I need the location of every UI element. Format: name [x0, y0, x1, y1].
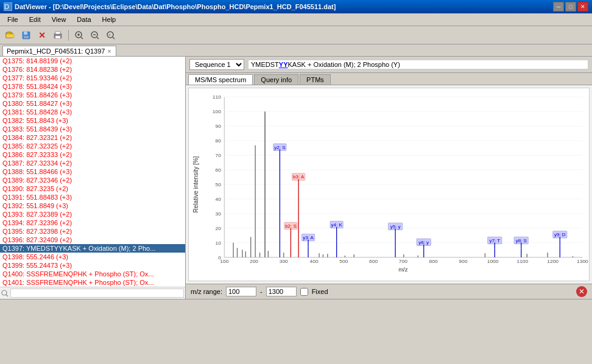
svg-text:1000: 1000 — [487, 259, 499, 265]
tab-queryinfo[interactable]: Query info — [254, 74, 298, 85]
sequence-selector[interactable]: Sequence 1 Sequence 2 Sequence 3 — [189, 59, 244, 70]
list-item[interactable]: Q1396: 827.32409 (+2) — [0, 236, 185, 244]
svg-text:y9: D: y9: D — [554, 233, 566, 238]
svg-text:60: 60 — [216, 167, 222, 173]
list-item[interactable]: Q1381: 551.88428 (+3) — [0, 108, 185, 116]
svg-text:y3: A: y3: A — [303, 235, 314, 240]
list-item[interactable]: Q1384: 827.32321 (+2) — [0, 133, 185, 142]
maximize-button[interactable]: □ — [565, 2, 576, 12]
menu-data[interactable]: Data — [72, 15, 96, 24]
svg-text:1300: 1300 — [577, 259, 588, 265]
open-button[interactable] — [4, 29, 17, 42]
menu-file[interactable]: File — [2, 15, 23, 24]
tab-ptms[interactable]: PTMs — [300, 74, 331, 85]
svg-text:b3: A: b3: A — [293, 175, 305, 180]
svg-text:+: + — [108, 33, 111, 37]
doc-tab-close[interactable]: × — [107, 48, 111, 55]
spectrum-container: Relative intensity [%] 0 10 20 30 40 50 … — [188, 88, 590, 281]
minimize-button[interactable]: ─ — [553, 2, 564, 12]
svg-line-17 — [113, 37, 115, 39]
search-input[interactable] — [10, 289, 184, 298]
close-range-button[interactable]: ✕ — [576, 286, 587, 297]
save-button[interactable] — [19, 29, 33, 42]
query-list-scroll[interactable]: Q1375: 814.88199 (+2)Q1376: 814.88238 (+… — [0, 57, 185, 287]
print-button[interactable] — [51, 29, 65, 42]
list-item[interactable]: Q1377: 815.93346 (+2) — [0, 74, 185, 82]
list-item[interactable]: Q1375: 814.88199 (+2) — [0, 57, 185, 65]
list-item[interactable]: Q1380: 551.88427 (+3) — [0, 99, 185, 108]
zoom-out-button[interactable] — [88, 29, 102, 42]
list-item[interactable]: Q1383: 551.88439 (+3) — [0, 125, 185, 133]
list-item[interactable]: Q1378: 551.88424 (+3) — [0, 82, 185, 91]
list-item[interactable]: Q1379: 551.88426 (+3) — [0, 91, 185, 99]
menu-edit[interactable]: Edit — [24, 15, 46, 24]
list-item[interactable]: Q1393: 827.32389 (+2) — [0, 210, 185, 219]
fixed-label: Fixed — [312, 288, 328, 295]
list-item[interactable]: Q1376: 814.88238 (+2) — [0, 65, 185, 74]
list-item[interactable]: Q1401: SSSFREMENQPHK + Phospho (ST); Ox.… — [0, 278, 185, 287]
list-item[interactable]: Q1386: 827.32333 (+2) — [0, 150, 185, 159]
list-item[interactable]: Q1385: 827.32325 (+2) — [0, 142, 185, 150]
close-window-button[interactable]: ✕ — [577, 2, 588, 12]
menu-view[interactable]: View — [47, 15, 71, 24]
list-item[interactable]: Q1390: 827.3235 (+2) — [0, 184, 185, 193]
doc-tab-label: Pepmix1_HCD_F045511: Q1397 — [7, 47, 105, 55]
svg-text:1200: 1200 — [547, 259, 559, 265]
query-list-panel: Q1375: 814.88199 (+2)Q1376: 814.88238 (+… — [0, 57, 186, 299]
fixed-checkbox[interactable] — [300, 288, 308, 296]
spectrum-chart: 0 10 20 30 40 50 60 70 80 90 100 110 — [189, 88, 589, 281]
tab-row: MS/MS spectrum Query info PTMs — [186, 73, 592, 85]
list-item[interactable]: Q1389: 827.32346 (+2) — [0, 176, 185, 184]
tab-msms[interactable]: MS/MS spectrum — [188, 74, 253, 85]
menu-help[interactable]: Help — [97, 15, 121, 24]
list-item[interactable]: Q1398: 555.2446 (+3) — [0, 253, 185, 261]
list-item[interactable]: Q1397: YMEDSTYYKASK + Oxidation (M); 2 P… — [0, 244, 185, 253]
list-item[interactable]: Q1382: 551.8843 (+3) — [0, 116, 185, 125]
right-panel: Sequence 1 Sequence 2 Sequence 3 YMEDSTY… — [186, 57, 592, 299]
list-item[interactable]: Q1400: SSSFREMENQPHK + Phospho (ST); Ox.… — [0, 270, 185, 278]
svg-rect-7 — [55, 32, 60, 34]
svg-text:700: 700 — [399, 259, 408, 265]
list-item[interactable]: Q1394: 827.32396 (+2) — [0, 219, 185, 227]
zoom-in-button[interactable] — [72, 29, 86, 42]
svg-text:y2: S: y2: S — [274, 145, 285, 150]
window-controls: ─ □ ✕ — [553, 2, 588, 12]
zoom-reset-button[interactable]: + — [104, 29, 118, 42]
svg-line-20 — [6, 295, 8, 296]
mz-range-dash: - — [260, 288, 263, 295]
svg-text:20: 20 — [216, 226, 222, 231]
list-item[interactable]: Q1392: 551.8849 (+3) — [0, 201, 185, 210]
svg-text:b2: S: b2: S — [285, 223, 297, 229]
list-item[interactable]: Q1395: 827.32398 (+2) — [0, 227, 185, 236]
list-item[interactable]: Q1391: 551.88483 (+3) — [0, 193, 185, 201]
svg-text:y6: y: y6: y — [418, 240, 429, 245]
seq-label-highlight: YY — [279, 61, 288, 68]
list-item[interactable]: Q1387: 827.32334 (+2) — [0, 159, 185, 167]
svg-text:y8: S: y8: S — [516, 238, 527, 243]
toolbar: ✕ + — [0, 26, 592, 44]
svg-text:1100: 1100 — [516, 259, 528, 265]
svg-text:110: 110 — [213, 95, 222, 100]
search-icon — [1, 290, 9, 297]
svg-rect-8 — [55, 36, 60, 38]
svg-text:100: 100 — [220, 259, 229, 265]
toolbar-separator-1 — [68, 30, 69, 41]
svg-text:50: 50 — [216, 182, 222, 187]
mz-range-max[interactable] — [266, 287, 297, 296]
document-tabs: Pepmix1_HCD_F045511: Q1397 × — [0, 44, 592, 57]
svg-text:400: 400 — [310, 259, 319, 265]
status-bar — [0, 299, 592, 311]
svg-text:y4: K: y4: K — [331, 222, 342, 228]
mz-range-min[interactable] — [226, 287, 256, 296]
svg-text:70: 70 — [216, 153, 222, 158]
svg-text:900: 900 — [459, 259, 468, 265]
svg-line-15 — [97, 37, 99, 39]
close-file-button[interactable]: ✕ — [35, 29, 49, 42]
list-item[interactable]: Q1399: 555.24473 (+3) — [0, 261, 185, 270]
svg-text:800: 800 — [429, 259, 439, 265]
svg-text:m/z: m/z — [398, 267, 408, 272]
list-item[interactable]: Q1388: 551.88466 (+3) — [0, 167, 185, 176]
svg-text:90: 90 — [216, 124, 222, 129]
content-area: Q1375: 814.88199 (+2)Q1376: 814.88238 (+… — [0, 57, 592, 299]
doc-tab-active[interactable]: Pepmix1_HCD_F045511: Q1397 × — [2, 46, 116, 56]
